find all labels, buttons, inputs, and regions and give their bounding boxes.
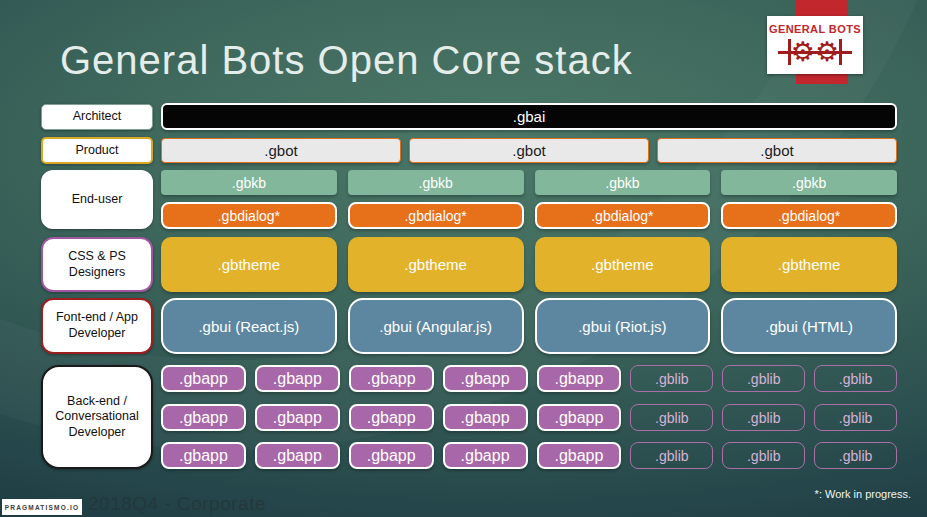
stack-box-gbai: .gbai	[161, 103, 897, 130]
stack-box-gbapp: .gbapp	[161, 404, 246, 431]
role-label-text: Architect	[73, 109, 122, 125]
stack-box-gblib: .gblib	[722, 365, 805, 392]
role-label-text: Back-end / Conversational Developer	[49, 394, 145, 441]
stack-row-gbdialog: .gbdialog* .gbdialog* .gbdialog* .gbdial…	[161, 202, 897, 229]
stack-box-gbtheme: .gbtheme	[161, 237, 337, 292]
stack-box-gblib: .gblib	[630, 404, 713, 431]
stack-row-gbai: .gbai	[161, 103, 897, 130]
stack-row-gbot: .gbot .gbot .gbot	[161, 138, 897, 163]
stack-box-gbapp: .gbapp	[349, 404, 434, 431]
role-label-end-user: End-user	[41, 170, 153, 229]
gear-icon: ⚙ ⚙	[776, 36, 854, 68]
stack-box-gbapp: .gbapp	[161, 442, 246, 469]
stack-row-gbtheme: .gbtheme .gbtheme .gbtheme .gbtheme	[161, 237, 897, 292]
slide-background: General Bots Open Core stack GENERAL BOT…	[0, 0, 927, 517]
role-label-product: Product	[41, 137, 153, 164]
stack-box-gblib: .gblib	[722, 404, 805, 431]
stack-box-gbapp: .gbapp	[349, 365, 434, 392]
stack-box-gbapp: .gbapp	[255, 442, 340, 469]
stack-box-gbui-react: .gbui (React.js)	[161, 298, 337, 354]
stack-box-gbapp: .gbapp	[443, 404, 528, 431]
stack-box-gbapp: .gbapp	[443, 442, 528, 469]
pragmatismo-logo: PRAGMATISMO.IO	[2, 499, 82, 515]
stack-box-gbdialog: .gbdialog*	[535, 202, 711, 229]
stack-box-gbui-riot: .gbui (Riot.js)	[535, 298, 711, 354]
stack-row-gbkb: .gbkb .gbkb .gbkb .gbkb	[161, 170, 897, 195]
page-title: General Bots Open Core stack	[60, 38, 633, 83]
stack-box-gbapp: .gbapp	[537, 404, 622, 431]
work-in-progress-note: *: Work in progress.	[815, 488, 911, 500]
stack-box-gblib: .gblib	[630, 442, 713, 469]
gear-glyph: ⚙	[815, 37, 839, 67]
logo-brand-text: GENERAL BOTS	[769, 23, 861, 35]
stack-box-gblib: .gblib	[722, 442, 805, 469]
stack-box-gbapp: .gbapp	[537, 442, 622, 469]
stack-box-gblib: .gblib	[814, 365, 897, 392]
stack-box-gbapp: .gbapp	[349, 442, 434, 469]
role-label-text: CSS & PS Designers	[49, 249, 145, 280]
stack-row-gbui: .gbui (React.js) .gbui (Angular.js) .gbu…	[161, 298, 897, 354]
stack-box-gbot: .gbot	[657, 138, 897, 163]
stack-box-gbapp: .gbapp	[161, 365, 246, 392]
role-label-css-ps-designers: CSS & PS Designers	[41, 237, 153, 292]
role-label-architect: Architect	[41, 104, 153, 130]
stack-row-gbapp-1: .gbapp .gbapp .gbapp .gbapp .gbapp .gbli…	[161, 365, 897, 392]
stack-box-gbapp: .gbapp	[537, 365, 622, 392]
stack-row-gbapp-3: .gbapp .gbapp .gbapp .gbapp .gbapp .gbli…	[161, 442, 897, 469]
stack-box-gbui-html: .gbui (HTML)	[721, 298, 897, 354]
stack-box-gbapp: .gbapp	[443, 365, 528, 392]
role-label-backend-conversational-developer: Back-end / Conversational Developer	[41, 365, 153, 469]
stack-box-gblib: .gblib	[630, 365, 713, 392]
stack-box-gbot: .gbot	[409, 138, 649, 163]
stack-box-gblib: .gblib	[814, 442, 897, 469]
stack-box-gbkb: .gbkb	[535, 170, 711, 195]
stack-box-gbui-angular: .gbui (Angular.js)	[348, 298, 524, 354]
role-label-text: Font-end / App Developer	[49, 310, 145, 341]
stack-box-gbdialog: .gbdialog*	[348, 202, 524, 229]
stack-box-gbtheme: .gbtheme	[721, 237, 897, 292]
general-bots-logo: GENERAL BOTS ⚙ ⚙	[767, 16, 863, 74]
stack-box-gbkb: .gbkb	[161, 170, 337, 195]
stack-box-gbkb: .gbkb	[721, 170, 897, 195]
stack-box-gbdialog: .gbdialog*	[161, 202, 337, 229]
gear-glyph: ⚙	[791, 37, 815, 67]
stack-box-gbot: .gbot	[161, 138, 401, 163]
stack-box-gbtheme: .gbtheme	[348, 237, 524, 292]
stack-box-gbkb: .gbkb	[348, 170, 524, 195]
role-label-text: Product	[75, 143, 118, 159]
slide-version-text: 2018Q4 - Corporate	[88, 493, 266, 515]
stack-box-gbapp: .gbapp	[255, 365, 340, 392]
stack-box-gbtheme: .gbtheme	[535, 237, 711, 292]
stack-box-gbapp: .gbapp	[255, 404, 340, 431]
role-label-frontend-app-developer: Font-end / App Developer	[41, 298, 153, 354]
stack-row-gbapp-2: .gbapp .gbapp .gbapp .gbapp .gbapp .gbli…	[161, 404, 897, 431]
stack-box-gblib: .gblib	[814, 404, 897, 431]
role-label-text: End-user	[72, 192, 123, 208]
stack-box-gbdialog: .gbdialog*	[721, 202, 897, 229]
